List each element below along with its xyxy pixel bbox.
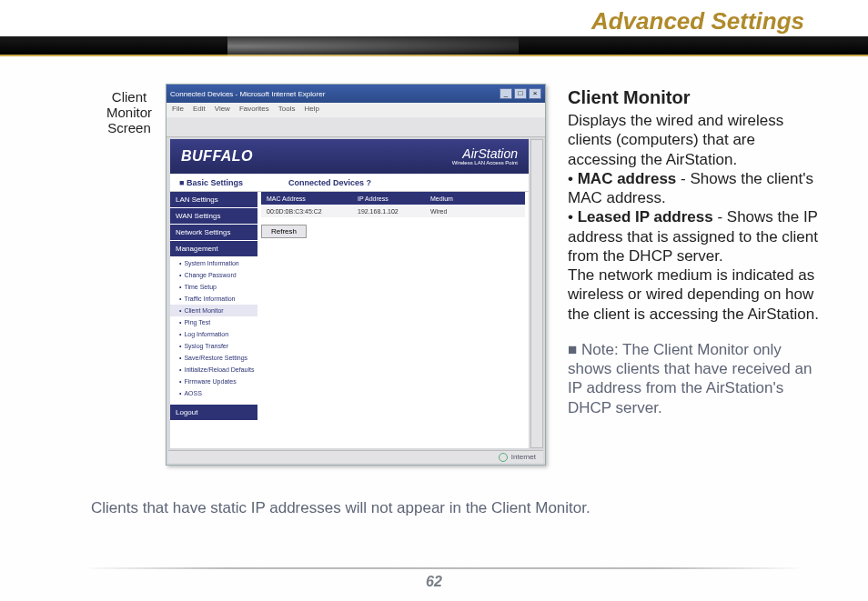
b1-label: MAC address	[578, 170, 677, 187]
desc-intro: Displays the wired and wireless clients …	[568, 112, 783, 168]
cell-ip: 192.168.1.102	[352, 208, 425, 215]
desc-heading: Client Monitor	[568, 86, 823, 109]
nav-item[interactable]: Save/Restore Settings	[170, 352, 257, 364]
nav-item[interactable]: Log Information	[170, 328, 257, 340]
globe-icon	[499, 453, 508, 462]
window-toolbar	[167, 117, 545, 137]
menu-item[interactable]: Edit	[193, 105, 206, 115]
desc-medium: The network medium is indicated as wirel…	[568, 266, 819, 323]
nav-section[interactable]: WAN Settings	[170, 208, 257, 225]
tab-connected: Connected Devices ?	[288, 178, 371, 187]
menu-item[interactable]: Tools	[278, 105, 296, 115]
cell-medium: Wired	[425, 208, 479, 215]
window-menubar: File Edit View Favorites Tools Help	[167, 103, 545, 117]
brand-logo: BUFFALO	[181, 148, 253, 165]
col-medium: Medium	[425, 195, 479, 202]
main-pane: MAC Address IP Address Medium 00:0D:0B:C…	[261, 192, 525, 448]
menu-item[interactable]: Help	[304, 105, 318, 115]
col-ip: IP Address	[352, 195, 425, 202]
col-mac: MAC Address	[261, 195, 352, 202]
nav-logout[interactable]: Logout	[170, 405, 257, 420]
bullet-mac: • MAC address - Shows the client's MAC a…	[568, 169, 823, 208]
product-name: AirStation Wireless LAN Access Point	[452, 147, 518, 165]
nav-item[interactable]: Traffic Information	[170, 293, 257, 305]
brand-bar: BUFFALO AirStation Wireless LAN Access P…	[170, 139, 529, 174]
nav-section[interactable]: Management	[170, 241, 257, 257]
nav-item[interactable]: Syslog Transfer	[170, 340, 257, 352]
screenshot-window: Connected Devices - Microsoft Internet E…	[166, 84, 546, 466]
nav-item[interactable]: Firmware Updates	[170, 376, 257, 387]
product-subtitle: Wireless LAN Access Point	[452, 160, 518, 165]
tab-basic[interactable]: ■ Basic Settings	[179, 178, 243, 187]
description: Client Monitor Displays the wired and wi…	[568, 86, 823, 417]
nav-section[interactable]: LAN Settings	[170, 192, 257, 208]
nav-item[interactable]: AOSS	[170, 387, 257, 399]
header-glow	[227, 36, 519, 56]
desc-note: ■ Note: The Client Monitor only shows cl…	[568, 340, 823, 417]
nav-item-selected[interactable]: Client Monitor	[170, 305, 257, 316]
refresh-button[interactable]: Refresh	[261, 225, 307, 238]
product-title: AirStation	[462, 146, 518, 161]
status-bar: Internet	[168, 450, 543, 463]
nav-item[interactable]: System Information	[170, 257, 257, 269]
cell-mac: 00:0D:0B:C3:45:C2	[261, 208, 352, 215]
side-nav: LAN Settings WAN Settings Network Settin…	[170, 192, 257, 448]
bullet-ip: • Leased IP address - Shows the IP addre…	[568, 207, 823, 265]
status-text: Internet	[511, 453, 536, 461]
minimize-icon[interactable]: _	[500, 88, 512, 99]
page-area: BUFFALO AirStation Wireless LAN Access P…	[170, 139, 529, 448]
footer-divider	[82, 567, 804, 569]
menu-item[interactable]: View	[215, 105, 230, 115]
vertical-scrollbar[interactable]	[530, 139, 543, 448]
menu-item[interactable]: File	[172, 105, 184, 115]
nav-item[interactable]: Time Setup	[170, 281, 257, 293]
note-continuation: Clients that have static IP addresses wi…	[91, 499, 673, 517]
page-number: 62	[0, 574, 868, 590]
nav-item[interactable]: Change Password	[170, 269, 257, 281]
window-titlebar: Connected Devices - Microsoft Internet E…	[167, 85, 545, 103]
page-title: Advanced Settings	[591, 7, 804, 35]
table-row: 00:0D:0B:C3:45:C2 192.168.1.102 Wired	[261, 205, 525, 217]
close-icon[interactable]: ×	[529, 88, 541, 99]
window-title: Connected Devices - Microsoft Internet E…	[170, 90, 325, 98]
nav-item[interactable]: Ping Test	[170, 316, 257, 328]
sub-header: ■ Basic Settings Connected Devices ?	[170, 174, 529, 192]
menu-item[interactable]: Favorites	[239, 105, 269, 115]
window-buttons: _ □ ×	[500, 88, 541, 99]
table-header: MAC Address IP Address Medium	[261, 192, 525, 205]
screenshot-caption: Client Monitor Screen	[93, 89, 166, 135]
nav-item[interactable]: Initialize/Reload Defaults	[170, 364, 257, 376]
maximize-icon[interactable]: □	[514, 88, 527, 99]
nav-section[interactable]: Network Settings	[170, 225, 257, 241]
b2-label: Leased IP address	[578, 208, 713, 225]
